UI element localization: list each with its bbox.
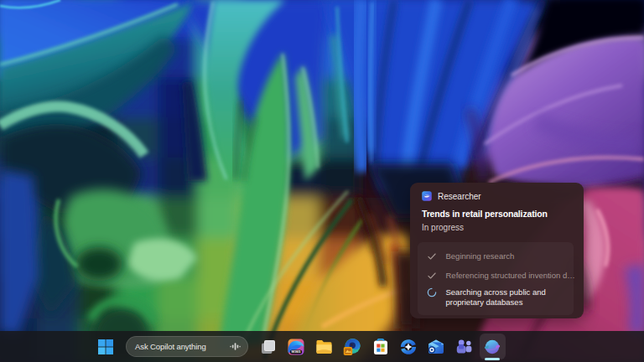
svg-text:M365: M365 (292, 349, 302, 354)
